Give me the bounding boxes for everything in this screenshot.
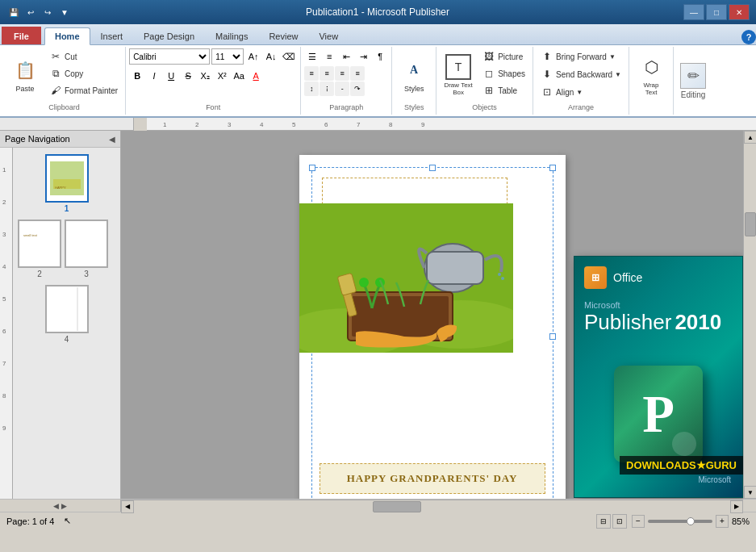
page-thumb-img-4 [45,285,89,333]
svg-rect-27 [47,286,87,332]
page-thumb-3[interactable]: 3 [65,220,108,278]
arrange-content: ⬆ Bring Forward ▼ ⬇ Send Backward ▼ ⊡ Al… [537,48,625,102]
scroll-track-v[interactable] [744,144,756,486]
svg-rect-26 [66,220,107,267]
sidebar-collapse-btn[interactable]: ◀ [109,135,115,144]
format-painter-btn[interactable]: 🖌 Format Painter [45,82,122,98]
save-quick-btn[interactable]: 💾 [6,5,21,19]
zoom-slider[interactable] [648,520,712,523]
bring-forward-icon: ⬆ [541,50,553,63]
number-list-btn[interactable]: ≡ [321,48,337,65]
cut-btn[interactable]: ✂ Cut [45,48,122,65]
page-thumb-img-3 [65,220,108,268]
office-logo-icon: ⊞ [584,266,607,289]
tab-insert[interactable]: Insert [90,27,134,44]
wrap-text-btn[interactable]: ⬡ WrapText [633,48,670,100]
undo-quick-btn[interactable]: ↩ [23,5,38,19]
bold-btn[interactable]: B [129,68,145,84]
paste-btn[interactable]: 📋 Paste [6,48,44,100]
table-btn[interactable]: ⊞ Table [478,82,529,98]
scroll-down-btn[interactable]: ▼ [744,486,756,499]
line-spacing-btn[interactable]: ↕ [304,82,319,96]
page-thumb-1[interactable]: HAPPY 1 [18,154,115,213]
align-right-btn[interactable]: ≡ [335,66,349,81]
decrease-indent-btn[interactable]: ⇤ [338,48,354,65]
increase-indent-btn[interactable]: ⇥ [355,48,371,65]
vertical-scrollbar: ▲ ▼ [743,131,756,499]
font-color-btn[interactable]: A [248,68,264,84]
picture-btn[interactable]: 🖼 Picture [478,48,529,65]
tab-page-design[interactable]: Page Design [133,27,205,44]
align-left-btn[interactable]: ≡ [304,66,319,81]
horizontal-ruler: 1 2 3 4 5 6 7 8 9 [147,118,756,131]
hyphenation-btn[interactable]: - [335,82,349,96]
tab-file[interactable]: File [2,27,41,44]
scroll-right-btn[interactable]: ▶ [730,500,743,513]
zoom-in-btn[interactable]: + [716,515,729,528]
text-direction-btn[interactable]: ↷ [350,82,365,96]
help-btn[interactable]: ? [741,30,756,44]
format-row: B I U S X₂ X² Aa A [129,68,264,84]
italic-btn[interactable]: I [146,68,162,84]
font-name-select[interactable]: Calibri [129,48,210,65]
shapes-btn[interactable]: ◻ Shapes [478,65,529,82]
handle-mr [549,333,556,340]
increase-font-btn[interactable]: A↑ [245,48,261,65]
arrange-group: ⬆ Bring Forward ▼ ⬇ Send Backward ▼ ⊡ Al… [533,47,629,115]
window-title: Publication1 - Microsoft Publisher [72,6,683,18]
maximize-btn[interactable]: □ [706,4,727,20]
scroll-up-btn[interactable]: ▲ [744,131,756,144]
decrease-font-btn[interactable]: A↓ [263,48,279,65]
scroll-thumb-h[interactable] [373,501,421,512]
draw-text-box-btn[interactable]: T Draw Text Box [440,48,477,100]
ruler-svg: 1 2 3 4 5 6 7 8 9 [147,118,756,131]
zoom-level: 85% [732,516,750,526]
svg-text:5: 5 [2,295,6,303]
bullet-list-btn[interactable]: ☰ [304,48,320,65]
send-backward-btn[interactable]: ⬇ Send Backward ▼ [537,66,625,82]
minimize-btn[interactable]: — [683,4,704,20]
close-btn[interactable]: ✕ [729,4,750,20]
svg-point-34 [498,273,501,276]
page-thumb-4[interactable]: 4 [18,285,115,344]
svg-point-38 [359,278,369,287]
copy-btn[interactable]: ⧉ Copy [45,65,122,82]
tab-review[interactable]: Review [258,27,308,44]
tab-view[interactable]: View [308,27,349,44]
scroll-left-btn[interactable]: ◀ [121,500,134,513]
p-letter: P [642,384,675,445]
scroll-thumb-v[interactable] [745,212,756,236]
page-thumb-2[interactable]: small text 2 [18,220,61,278]
card-text-area[interactable]: HAPPY GRANDPARENTS' DAY [320,463,545,494]
align-center-btn[interactable]: ≡ [320,66,334,81]
bring-forward-btn[interactable]: ⬆ Bring Forward ▼ [537,48,620,65]
canvas-container[interactable]: HAPPY GRANDPARENTS' DAY ⊞ Office Microso… [121,131,743,499]
clear-format-btn[interactable]: ⌫ [281,48,297,65]
subscript-btn[interactable]: X₂ [197,68,213,84]
page-num-3: 3 [84,270,89,278]
svg-text:4: 4 [260,121,264,128]
font-size-select[interactable]: 11 [211,48,244,65]
underline-btn[interactable]: U [163,68,179,84]
redo-quick-btn[interactable]: ↪ [40,5,55,19]
paragraph-mark-btn[interactable]: ¶ [372,48,388,65]
align-objects-btn[interactable]: ⊡ Align ▼ [537,84,587,100]
normal-view-btn[interactable]: ⊟ [596,514,611,529]
h-scrollbar-row: ◀ ▶ ◀ ▶ [0,499,756,512]
align-justify-btn[interactable]: ≡ [350,66,365,81]
svg-text:7: 7 [2,360,6,367]
tab-mailings[interactable]: Mailings [205,27,258,44]
scroll-track-h[interactable] [134,500,730,513]
quick-access-more-btn[interactable]: ▼ [57,5,72,19]
tab-home[interactable]: Home [44,27,90,45]
master-page-btn[interactable]: ⊡ [612,514,627,529]
strikethrough-btn[interactable]: S [180,68,196,84]
columns-btn[interactable]: ⫶ [320,82,334,96]
svg-text:1: 1 [163,121,167,128]
superscript-btn[interactable]: X² [214,68,230,84]
zoom-out-btn[interactable]: − [632,515,645,528]
change-case-btn[interactable]: Aa [231,68,247,84]
svg-rect-0 [147,118,756,131]
styles-btn[interactable]: A Styles [395,48,432,100]
clipboard-small-btns: ✂ Cut ⧉ Copy 🖌 Format Painter [45,48,122,98]
